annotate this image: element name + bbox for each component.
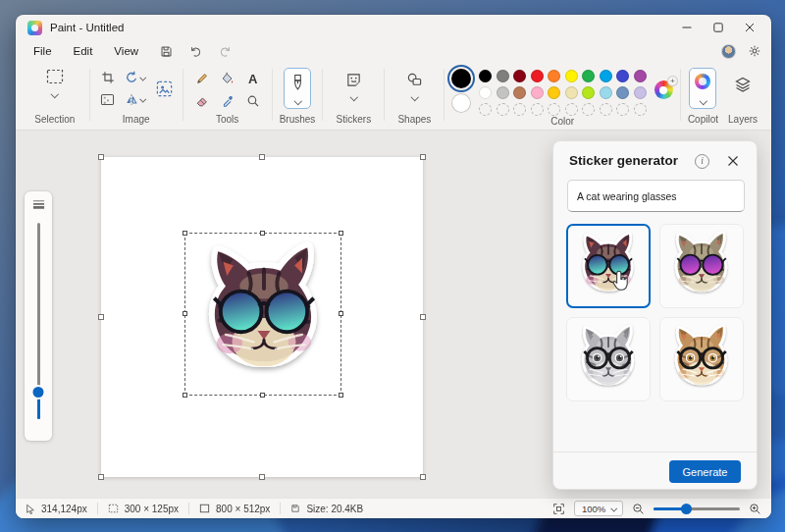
- account-avatar[interactable]: [721, 44, 736, 59]
- canvas-cat-sticker[interactable]: [187, 234, 340, 395]
- color-swatch[interactable]: [497, 86, 509, 99]
- zoom-in-button[interactable]: [749, 503, 761, 515]
- sticker-thumbnail-2[interactable]: [659, 224, 744, 308]
- fit-screen-button[interactable]: [552, 503, 565, 515]
- resize-button[interactable]: [154, 72, 176, 105]
- brushes-dropdown-chevron-icon[interactable]: [293, 98, 302, 105]
- zoom-slider-thumb[interactable]: [681, 504, 692, 514]
- group-divider: [384, 69, 385, 121]
- background-color-swatch[interactable]: [451, 93, 471, 113]
- brush-size-slider[interactable]: [37, 223, 40, 419]
- panel-close-button[interactable]: [725, 153, 741, 169]
- custom-color-slot[interactable]: [479, 103, 492, 116]
- rotate-dropdown-chevron-icon[interactable]: [139, 75, 146, 80]
- menu-file[interactable]: File: [24, 43, 62, 59]
- copilot-dropdown-chevron-icon[interactable]: [699, 98, 707, 105]
- info-icon[interactable]: i: [695, 154, 709, 169]
- color-swatch[interactable]: [565, 70, 578, 82]
- generate-button[interactable]: Generate: [669, 460, 741, 483]
- color-swatch[interactable]: [600, 86, 612, 99]
- color-swatch[interactable]: [582, 70, 595, 82]
- brushes-button[interactable]: [284, 68, 311, 109]
- stickers-button[interactable]: [345, 68, 362, 101]
- canvas-resize-handle[interactable]: [420, 474, 426, 480]
- sticker-thumbnail-3[interactable]: [566, 317, 651, 401]
- color-swatch[interactable]: [531, 70, 544, 82]
- maximize-button[interactable]: [703, 16, 734, 39]
- shapes-button[interactable]: [406, 68, 423, 101]
- color-swatch[interactable]: [616, 86, 629, 99]
- canvas-resize-handle[interactable]: [259, 154, 265, 160]
- color-swatch[interactable]: [565, 86, 578, 99]
- color-swatch[interactable]: [531, 86, 544, 99]
- sticker-selection-box[interactable]: [184, 233, 341, 396]
- custom-color-slot[interactable]: [634, 103, 647, 116]
- crop-button[interactable]: [97, 68, 119, 87]
- stickers-dropdown-chevron-icon[interactable]: [349, 94, 358, 101]
- zoom-out-button[interactable]: [632, 503, 645, 515]
- sticker-thumbnail-4[interactable]: [659, 317, 744, 401]
- custom-color-slot[interactable]: [616, 103, 629, 116]
- color-swatch[interactable]: [582, 86, 595, 99]
- custom-color-slot[interactable]: [600, 103, 612, 116]
- eraser-button[interactable]: [191, 91, 213, 111]
- pencil-button[interactable]: [191, 69, 213, 88]
- copilot-button[interactable]: [689, 68, 716, 109]
- drawing-canvas[interactable]: [101, 157, 423, 477]
- menu-edit[interactable]: Edit: [64, 43, 103, 59]
- settings-gear-icon[interactable]: [748, 44, 761, 58]
- sticker-thumbnail-1[interactable]: [566, 224, 651, 308]
- shapes-dropdown-chevron-icon[interactable]: [410, 94, 419, 101]
- menu-view[interactable]: View: [104, 43, 148, 59]
- color-swatch[interactable]: [600, 70, 612, 82]
- canvas-resize-handle[interactable]: [259, 474, 265, 480]
- selection-tool-group[interactable]: Selection: [27, 62, 82, 130]
- custom-color-slot[interactable]: [582, 103, 595, 116]
- flip-button[interactable]: [122, 89, 151, 109]
- layers-icon[interactable]: [734, 76, 752, 93]
- copilot-group: Copilot: [688, 62, 718, 130]
- canvas-resize-handle[interactable]: [420, 154, 426, 160]
- color-swatch[interactable]: [513, 70, 526, 82]
- custom-color-slot[interactable]: [513, 103, 526, 116]
- eyedropper-button[interactable]: [217, 91, 238, 111]
- color-swatch[interactable]: [634, 70, 647, 82]
- zoom-slider[interactable]: [654, 503, 740, 514]
- color-swatch[interactable]: [634, 86, 647, 99]
- save-button[interactable]: [154, 42, 178, 60]
- custom-color-slot[interactable]: [531, 103, 544, 116]
- color-swatch[interactable]: [513, 86, 526, 99]
- canvas-resize-handle[interactable]: [98, 154, 104, 160]
- custom-color-slot[interactable]: [548, 103, 560, 116]
- zoom-level-dropdown[interactable]: 100%: [574, 501, 623, 516]
- color-swatch[interactable]: [479, 70, 492, 82]
- edit-colors-button[interactable]: +: [654, 80, 673, 99]
- flip-dropdown-chevron-icon[interactable]: [139, 96, 146, 102]
- text-tool-button[interactable]: A: [242, 69, 264, 88]
- color-swatch[interactable]: [497, 70, 509, 82]
- foreground-color-swatch[interactable]: [451, 69, 471, 88]
- fill-bucket-button[interactable]: [217, 69, 238, 88]
- color-swatch[interactable]: [616, 70, 629, 82]
- cat-sticker-image: [572, 230, 645, 302]
- redo-button[interactable]: [213, 42, 236, 60]
- canvas-resize-handle[interactable]: [98, 314, 104, 320]
- canvas-resize-handle[interactable]: [420, 314, 426, 320]
- custom-color-slot[interactable]: [565, 103, 578, 116]
- rotate-button[interactable]: [122, 68, 151, 87]
- undo-button[interactable]: [183, 42, 207, 60]
- prompt-input[interactable]: [567, 180, 745, 212]
- brush-size-slider-thumb[interactable]: [33, 387, 44, 398]
- close-button[interactable]: [734, 16, 765, 39]
- color-swatch[interactable]: [548, 86, 560, 99]
- group-divider: [322, 69, 323, 121]
- minimize-button[interactable]: [671, 16, 703, 39]
- magnifier-button[interactable]: [242, 91, 264, 111]
- custom-color-slot[interactable]: [497, 103, 509, 116]
- canvas-resize-handle[interactable]: [98, 474, 104, 480]
- remove-background-button[interactable]: [97, 89, 119, 109]
- color-swatch[interactable]: [548, 70, 560, 82]
- group-divider: [680, 69, 681, 121]
- color-swatch[interactable]: [479, 86, 492, 99]
- selection-dropdown-chevron-icon[interactable]: [50, 91, 59, 98]
